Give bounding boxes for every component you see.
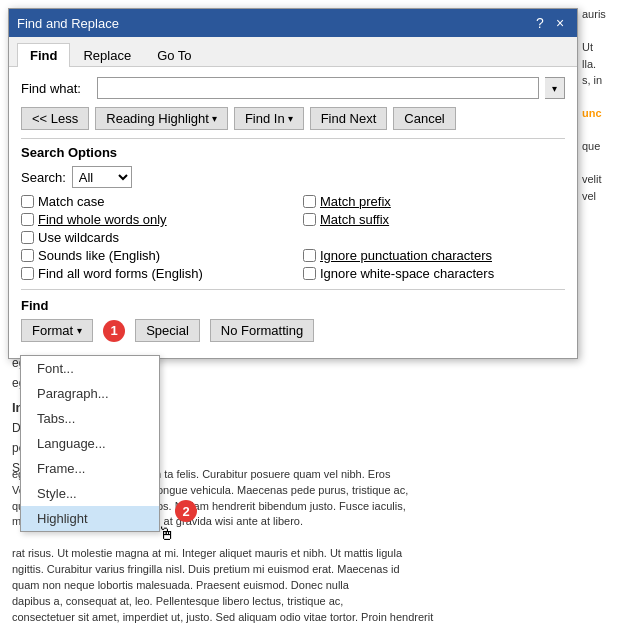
checkbox-sounds-like: Sounds like (English) bbox=[21, 248, 283, 263]
find-format-section: Find Format 1 Special No Formatting bbox=[21, 289, 565, 342]
find-what-dropdown-btn[interactable]: ▾ bbox=[545, 77, 565, 99]
dialog-body: Find what: ▾ << Less Reading Highlight F… bbox=[9, 67, 577, 358]
wildcards-label[interactable]: Use wildcards bbox=[38, 230, 119, 245]
cancel-button[interactable]: Cancel bbox=[393, 107, 455, 130]
ignore-space-checkbox[interactable] bbox=[303, 267, 316, 280]
dialog-title-bar: Find and Replace ? × bbox=[9, 9, 577, 37]
dialog-title: Find and Replace bbox=[17, 16, 119, 31]
find-section-label: Find bbox=[21, 298, 565, 313]
sounds-like-label[interactable]: Sounds like (English) bbox=[38, 248, 160, 263]
match-prefix-label[interactable]: Match prefix bbox=[320, 194, 391, 209]
menu-item-font[interactable]: Font... bbox=[21, 356, 159, 381]
checkbox-match-suffix: Match suffix bbox=[303, 212, 565, 227]
doc-bottom-line: quam non neque lobortis malesuada. Praes… bbox=[12, 578, 631, 594]
sounds-like-checkbox[interactable] bbox=[21, 249, 34, 262]
find-in-button[interactable]: Find In bbox=[234, 107, 304, 130]
badge-1: 1 bbox=[103, 320, 125, 342]
find-replace-dialog: Find and Replace ? × Find Replace Go To … bbox=[8, 8, 578, 359]
match-suffix-checkbox[interactable] bbox=[303, 213, 316, 226]
tab-bar: Find Replace Go To bbox=[9, 37, 577, 67]
find-next-button[interactable]: Find Next bbox=[310, 107, 388, 130]
ignore-punct-checkbox[interactable] bbox=[303, 249, 316, 262]
checkbox-match-prefix: Match prefix bbox=[303, 194, 565, 209]
menu-item-tabs[interactable]: Tabs... bbox=[21, 406, 159, 431]
checkboxes-grid: Match case Match prefix Find whole words… bbox=[21, 194, 565, 281]
find-what-row: Find what: ▾ bbox=[21, 77, 565, 99]
checkbox-whole-words: Find whole words only bbox=[21, 212, 283, 227]
badge-2: 2 bbox=[175, 500, 197, 522]
action-buttons-row: << Less Reading Highlight Find In Find N… bbox=[21, 107, 565, 130]
checkbox-word-forms: Find all word forms (English) bbox=[21, 266, 283, 281]
search-select-row: Search: All Up Down bbox=[21, 166, 565, 188]
doc-bottom-line: dapibus a, consequat at, leo. Pellentesq… bbox=[12, 594, 631, 610]
doc-bottom-line: consectetuer sit amet, imperdiet ut, jus… bbox=[12, 610, 631, 626]
title-bar-controls: ? × bbox=[531, 14, 569, 32]
whole-words-label[interactable]: Find whole words only bbox=[38, 212, 167, 227]
search-options-label: Search Options bbox=[21, 138, 565, 160]
menu-item-highlight[interactable]: Highlight bbox=[21, 506, 159, 531]
format-row: Format 1 Special No Formatting bbox=[21, 319, 565, 342]
tab-find[interactable]: Find bbox=[17, 43, 70, 67]
match-suffix-label[interactable]: Match suffix bbox=[320, 212, 389, 227]
doc-right-column: auris Ut lla. s, in unc que velit vel bbox=[578, 0, 643, 210]
less-button[interactable]: << Less bbox=[21, 107, 89, 130]
menu-item-paragraph[interactable]: Paragraph... bbox=[21, 381, 159, 406]
format-button[interactable]: Format bbox=[21, 319, 93, 342]
checkbox-ignore-space: Ignore white-space characters bbox=[303, 266, 565, 281]
match-prefix-checkbox[interactable] bbox=[303, 195, 316, 208]
format-dropdown-menu: Font... Paragraph... Tabs... Language...… bbox=[20, 355, 160, 532]
menu-item-frame[interactable]: Frame... bbox=[21, 456, 159, 481]
checkbox-ignore-punct: Ignore punctuation characters bbox=[303, 248, 565, 263]
match-case-checkbox[interactable] bbox=[21, 195, 34, 208]
special-button[interactable]: Special bbox=[135, 319, 200, 342]
word-forms-label[interactable]: Find all word forms (English) bbox=[38, 266, 203, 281]
tab-goto[interactable]: Go To bbox=[144, 43, 204, 67]
no-formatting-button[interactable]: No Formatting bbox=[210, 319, 314, 342]
reading-highlight-button[interactable]: Reading Highlight bbox=[95, 107, 228, 130]
help-button[interactable]: ? bbox=[531, 14, 549, 32]
doc-bottom-line: rat risus. Ut molestie magna at mi. Inte… bbox=[12, 546, 631, 562]
checkbox-wildcards: Use wildcards bbox=[21, 230, 283, 245]
wildcards-checkbox[interactable] bbox=[21, 231, 34, 244]
checkbox-match-case: Match case bbox=[21, 194, 283, 209]
word-forms-checkbox[interactable] bbox=[21, 267, 34, 280]
search-select[interactable]: All Up Down bbox=[72, 166, 132, 188]
doc-bottom-line bbox=[12, 530, 631, 546]
tab-replace[interactable]: Replace bbox=[70, 43, 144, 67]
menu-item-style[interactable]: Style... bbox=[21, 481, 159, 506]
search-label: Search: bbox=[21, 170, 66, 185]
find-what-label: Find what: bbox=[21, 81, 91, 96]
doc-bottom-line: ngittis. Curabitur varius fringilla nisl… bbox=[12, 562, 631, 578]
match-case-label[interactable]: Match case bbox=[38, 194, 104, 209]
menu-item-language[interactable]: Language... bbox=[21, 431, 159, 456]
find-what-input[interactable] bbox=[97, 77, 539, 99]
close-button[interactable]: × bbox=[551, 14, 569, 32]
ignore-space-label[interactable]: Ignore white-space characters bbox=[320, 266, 494, 281]
ignore-punct-label[interactable]: Ignore punctuation characters bbox=[320, 248, 492, 263]
empty-cell bbox=[303, 230, 565, 245]
whole-words-checkbox[interactable] bbox=[21, 213, 34, 226]
